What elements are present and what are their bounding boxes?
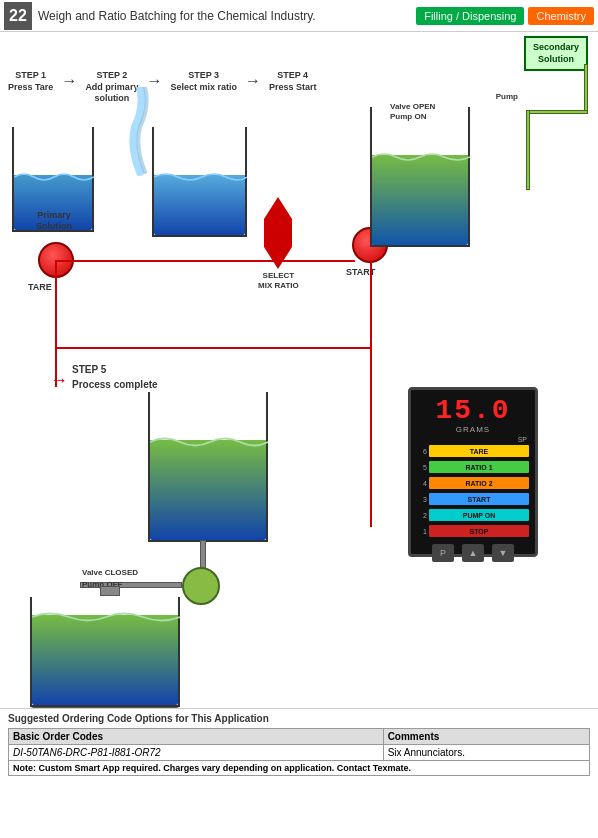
tank-mix [152, 127, 247, 237]
ctrl-num-3: 3 [417, 496, 427, 503]
step1-item: STEP 1Press Tare [8, 70, 53, 93]
step5-label: STEP 5Process complete [72, 362, 158, 392]
tank-large-waves [32, 610, 180, 624]
ctrl-btn-pumpon[interactable]: PUMP ON [429, 509, 529, 521]
ctrl-row-4: 4 RATIO 2 [417, 476, 529, 490]
step4-item: STEP 4Press Start [269, 70, 317, 93]
red-line-down-right [370, 327, 372, 527]
pump-label: Pump [496, 92, 518, 101]
valve-closed-label: Valve CLOSED [82, 568, 138, 577]
ctrl-num-1: 1 [417, 528, 427, 535]
select-mix-down-arrow[interactable] [264, 247, 292, 269]
select-mix-label: SELECTMIX RATIO [258, 271, 299, 290]
step5-arrow: → [50, 370, 68, 391]
step3-item: STEP 3Select mix ratio [170, 70, 237, 93]
ctrl-btn-up[interactable]: ▲ [462, 544, 484, 562]
tank-bottom-liquid [150, 440, 266, 540]
controller-display: 15.0 GRAMS [417, 396, 529, 434]
select-mix-control[interactable]: SELECTMIX RATIO [258, 197, 299, 290]
ctrl-num-2: 2 [417, 512, 427, 519]
tank-result-liquid [372, 155, 468, 245]
order-table: Basic Order Codes Comments DI-50TAN6-DRC… [8, 728, 590, 776]
ctrl-btn-ratio1[interactable]: RATIO 1 [429, 461, 529, 473]
red-line-bottom [55, 347, 370, 349]
app-number: 22 [4, 2, 32, 30]
tank-bottom-waves [150, 435, 268, 449]
tag-chemistry: Chemistry [528, 7, 594, 25]
ctrl-num-6: 6 [417, 448, 427, 455]
controller: 15.0 GRAMS SP 6 TARE 5 RATIO 1 4 RATIO 2… [408, 387, 538, 557]
arrow3: → [245, 72, 261, 90]
tank-mix-liquid [154, 175, 245, 235]
ctrl-row-5: 5 RATIO 1 [417, 460, 529, 474]
ctrl-row-3: 3 START [417, 492, 529, 506]
green-tube-vert2 [526, 110, 530, 190]
table-row-1: DI-50TAN6-DRC-P81-I881-OR72 Six Annuncia… [9, 745, 590, 761]
ctrl-row-1: 1 STOP [417, 524, 529, 538]
steps-row: STEP 1Press Tare → STEP 2Add primarysolu… [8, 70, 316, 105]
tare-button-label: TARE [28, 282, 52, 292]
controller-buttons: 6 TARE 5 RATIO 1 4 RATIO 2 3 START 2 PUM… [417, 444, 529, 538]
ctrl-btn-start[interactable]: START [429, 493, 529, 505]
pipe-down [200, 540, 206, 570]
pump-circle [182, 567, 220, 605]
ctrl-row-2: 2 PUMP ON [417, 508, 529, 522]
ctrl-bottom-btns: P ▲ ▼ [411, 544, 535, 562]
step3-label: STEP 3Select mix ratio [170, 70, 237, 93]
ctrl-num-5: 5 [417, 464, 427, 471]
valve-box [100, 586, 120, 596]
table-title: Suggested Ordering Code Options for This… [8, 713, 590, 724]
ctrl-btn-p[interactable]: P [432, 544, 454, 562]
header-title: Weigh and Ratio Batching for the Chemica… [38, 9, 416, 23]
tank-large-liquid [32, 615, 178, 705]
red-line-left-v [55, 260, 57, 350]
tag-filling: Filling / Dispensing [416, 7, 524, 25]
red-line-right-v [370, 260, 372, 330]
tank-bottom-large [30, 597, 180, 707]
header: 22 Weigh and Ratio Batching for the Chem… [0, 0, 598, 32]
green-tube-horiz1 [526, 110, 588, 114]
order-note: Note: Custom Smart App required. Charges… [9, 761, 590, 776]
select-mix-up-arrow[interactable] [264, 197, 292, 219]
tank-result [370, 107, 470, 247]
step1-label: STEP 1Press Tare [8, 70, 53, 93]
ctrl-num-4: 4 [417, 480, 427, 487]
arrow1: → [61, 72, 77, 90]
step4-label: STEP 4Press Start [269, 70, 317, 93]
table-row-note: Note: Custom Smart App required. Charges… [9, 761, 590, 776]
tank-result-waves [372, 151, 470, 163]
green-tube-vert1 [584, 64, 588, 114]
ctrl-btn-tare[interactable]: TARE [429, 445, 529, 457]
ctrl-btn-down[interactable]: ▼ [492, 544, 514, 562]
sp-label: SP [411, 436, 527, 443]
pour-stream [90, 87, 160, 177]
ctrl-btn-stop[interactable]: STOP [429, 525, 529, 537]
col-header-comments: Comments [383, 729, 589, 745]
tank-primary-waves [14, 171, 94, 183]
primary-solution-label: PrimarySolution [8, 210, 100, 232]
tank-mix-waves [154, 171, 247, 183]
red-line-top [55, 260, 355, 262]
col-header-codes: Basic Order Codes [9, 729, 384, 745]
diagram-area: SecondarySolution STEP 1Press Tare → STE… [0, 32, 598, 732]
tank-bottom-main [148, 392, 268, 542]
order-code-1: DI-50TAN6-DRC-P81-I881-OR72 [9, 745, 384, 761]
secondary-solution-box: SecondarySolution [524, 36, 588, 71]
ctrl-row-6: 6 TARE [417, 444, 529, 458]
order-comment-1: Six Annunciators. [383, 745, 589, 761]
select-mix-body [264, 219, 292, 247]
display-value: 15.0 [435, 397, 510, 425]
ctrl-btn-ratio2[interactable]: RATIO 2 [429, 477, 529, 489]
display-unit: GRAMS [456, 425, 490, 434]
red-line-bottom-left [55, 347, 57, 387]
bottom-table: Suggested Ordering Code Options for This… [0, 708, 598, 838]
